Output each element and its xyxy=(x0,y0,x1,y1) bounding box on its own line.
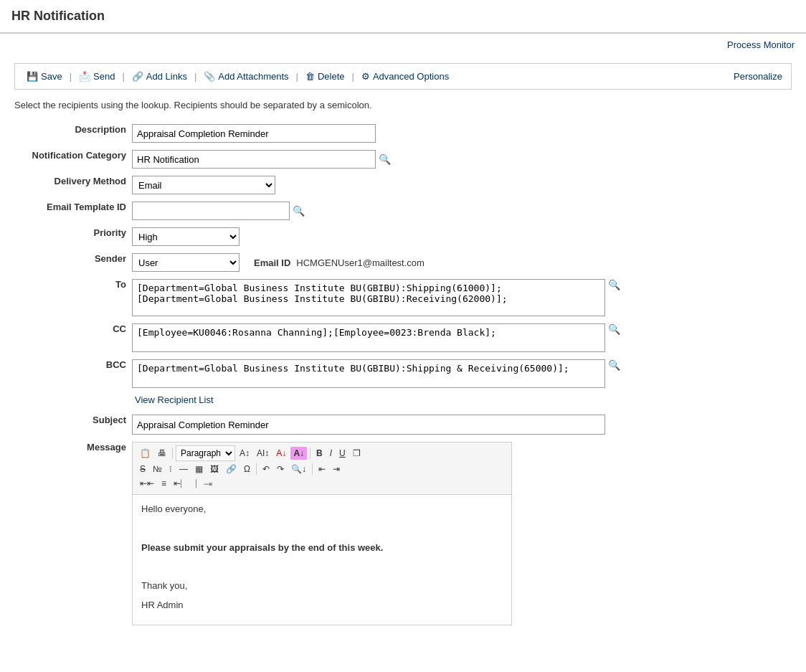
sender-label: Sender xyxy=(14,250,129,275)
editor-outdent-btn[interactable]: ⇤⎸ xyxy=(171,477,191,490)
editor-table-btn[interactable]: ▦ xyxy=(192,463,206,475)
cc-wrapper: [Employee=KU0046:Rosanna Channing];[Empl… xyxy=(132,323,789,352)
editor-font-color-btn[interactable]: A↓ xyxy=(273,447,289,460)
send-icon: 📩 xyxy=(79,71,90,82)
to-textarea[interactable]: [Department=Global Business Institute BU… xyxy=(132,279,605,316)
separator-t2 xyxy=(310,448,310,459)
notification-category-search-button[interactable]: 🔍 xyxy=(379,153,391,165)
notif-category-wrapper: 🔍 xyxy=(132,150,789,169)
delivery-method-label: Delivery Method xyxy=(14,172,129,198)
notification-category-input[interactable] xyxy=(132,150,376,169)
separator-t4 xyxy=(312,463,313,475)
editor-print-btn[interactable]: 🖶 xyxy=(155,447,169,460)
editor-align-right-btn[interactable]: ⇥ xyxy=(330,463,343,475)
editor-bold-btn[interactable]: B xyxy=(313,447,326,460)
cc-search-button[interactable]: 🔍 xyxy=(608,323,620,335)
editor-indent-left-btn[interactable]: ⇤⇤ xyxy=(137,477,157,490)
editor-align-left-btn[interactable]: ⇤ xyxy=(316,463,328,475)
separator-1: | xyxy=(70,71,72,82)
process-monitor-link[interactable]: Process Monitor xyxy=(727,39,795,50)
editor-undo-btn[interactable]: ↶ xyxy=(260,463,272,475)
sender-row-wrapper: User System Email ID HCMGENUser1@mailtes… xyxy=(132,253,789,272)
editor-bg-color-btn[interactable]: A↓ xyxy=(290,447,307,460)
editor-image-btn[interactable]: 🖼 xyxy=(207,463,222,475)
editor-toolbar-row-1: 📋 🖶 Paragraph Heading 1 Heading 2 A↕ AI↕ xyxy=(137,445,507,461)
cc-row: CC [Employee=KU0046:Rosanna Channing];[E… xyxy=(14,320,792,356)
editor-redo-btn[interactable]: ↷ xyxy=(274,463,287,475)
message-line-3: Please submit your appraisals by the end… xyxy=(141,541,503,556)
separator-5: | xyxy=(352,71,354,82)
email-template-input[interactable] xyxy=(132,202,290,220)
editor-indent-btn[interactable]: ⎸⇥ xyxy=(193,477,215,490)
editor-toolbar-row-3: ⇤⇤ ≡ ⇤⎸ ⎸⇥ xyxy=(137,477,507,490)
view-recipient-list-link[interactable]: View Recipient List xyxy=(135,394,792,405)
add-attachments-button[interactable]: 📎 Add Attachments xyxy=(201,70,291,83)
message-line-2 xyxy=(141,521,503,536)
editor-hr-btn[interactable]: — xyxy=(176,463,191,475)
save-button[interactable]: 💾 Save xyxy=(24,70,65,83)
editor-expand-btn[interactable]: ❐ xyxy=(350,447,364,460)
top-bar: Process Monitor xyxy=(0,34,806,56)
editor-underline-btn[interactable]: U xyxy=(336,447,349,460)
add-links-icon: 🔗 xyxy=(132,71,143,82)
to-label: To xyxy=(14,275,129,320)
cc-label: CC xyxy=(14,320,129,356)
sender-row: Sender User System Email ID HCMGENUser1@… xyxy=(14,250,792,275)
editor-italic-btn[interactable]: I xyxy=(327,447,335,460)
description-field xyxy=(129,120,792,146)
editor-toolbar: 📋 🖶 Paragraph Heading 1 Heading 2 A↕ AI↕ xyxy=(133,443,511,495)
to-search-button[interactable]: 🔍 xyxy=(608,279,620,290)
personalize-link[interactable]: Personalize xyxy=(734,71,782,82)
sender-select[interactable]: User System xyxy=(132,253,240,272)
advanced-options-button[interactable]: ⚙ Advanced Options xyxy=(359,70,452,83)
add-links-button[interactable]: 🔗 Add Links xyxy=(129,70,190,83)
toolbar-left: 💾 Save | 📩 Send | 🔗 Add Links | 📎 Add At… xyxy=(24,70,452,83)
page-header: HR Notification xyxy=(0,0,806,34)
bcc-label: BCC xyxy=(14,356,129,392)
to-field: [Department=Global Business Institute BU… xyxy=(129,275,792,320)
form-table: Description Notification Category 🔍 Deli… xyxy=(14,120,792,392)
editor-unordered-list-btn[interactable]: ⁝ xyxy=(166,463,175,475)
editor-align-center-btn[interactable]: ≡ xyxy=(158,477,169,490)
priority-field: Low Medium High xyxy=(129,224,792,250)
delivery-method-select[interactable]: Email Worklist Email and Worklist xyxy=(132,176,275,194)
bcc-search-button[interactable]: 🔍 xyxy=(608,359,620,371)
description-input[interactable] xyxy=(132,124,376,143)
subject-row: Subject xyxy=(14,411,792,438)
form-table-2: Subject Message 📋 🖶 xyxy=(14,411,792,629)
cc-textarea[interactable]: [Employee=KU0046:Rosanna Channing];[Empl… xyxy=(132,323,605,352)
editor-ordered-list-btn[interactable]: № xyxy=(150,463,165,475)
save-icon: 💾 xyxy=(27,71,38,82)
send-button[interactable]: 📩 Send xyxy=(76,70,118,83)
editor-content[interactable]: Hello everyone, Please submit your appra… xyxy=(133,495,511,625)
email-id-wrapper: Email ID HCMGENUser1@mailtest.com xyxy=(254,257,425,268)
separator-3: | xyxy=(194,71,196,82)
advanced-options-icon: ⚙ xyxy=(361,71,370,82)
subject-label: Subject xyxy=(14,411,129,438)
editor-copy-btn[interactable]: 📋 xyxy=(137,447,153,460)
format-select[interactable]: Paragraph Heading 1 Heading 2 xyxy=(176,445,235,461)
bcc-wrapper: [Department=Global Business Institute BU… xyxy=(132,359,789,388)
editor-zoom-btn[interactable]: 🔍↓ xyxy=(288,463,309,475)
editor-font-size-btn[interactable]: A↕ xyxy=(237,447,252,460)
editor-toolbar-row-2: S № ⁝ — ▦ 🖼 🔗 Ω ↶ ↷ � xyxy=(137,463,507,475)
editor-strikethrough-btn[interactable]: S xyxy=(137,463,148,475)
message-field: 📋 🖶 Paragraph Heading 1 Heading 2 A↕ AI↕ xyxy=(129,438,792,629)
bcc-field: [Department=Global Business Institute BU… xyxy=(129,356,792,392)
bcc-textarea[interactable]: [Department=Global Business Institute BU… xyxy=(132,359,605,388)
editor-special-chars-btn[interactable]: Ω xyxy=(241,463,253,475)
sender-field: User System Email ID HCMGENUser1@mailtes… xyxy=(129,250,792,275)
email-template-field: 🔍 xyxy=(129,198,792,224)
subject-input[interactable] xyxy=(132,415,605,435)
editor-link-btn[interactable]: 🔗 xyxy=(223,463,240,475)
description-row: Description xyxy=(14,120,792,146)
priority-select[interactable]: Low Medium High xyxy=(132,227,240,246)
toolbar: 💾 Save | 📩 Send | 🔗 Add Links | 📎 Add At… xyxy=(14,63,792,90)
message-wrapper: 📋 🖶 Paragraph Heading 1 Heading 2 A↕ AI↕ xyxy=(132,442,789,625)
delete-button[interactable]: 🗑 Delete xyxy=(303,70,348,83)
email-template-search-button[interactable]: 🔍 xyxy=(293,205,305,217)
notification-category-field: 🔍 xyxy=(129,146,792,172)
priority-row: Priority Low Medium High xyxy=(14,224,792,250)
editor-ai-btn[interactable]: AI↕ xyxy=(254,447,272,460)
message-line-6: HR Admin xyxy=(141,598,503,613)
